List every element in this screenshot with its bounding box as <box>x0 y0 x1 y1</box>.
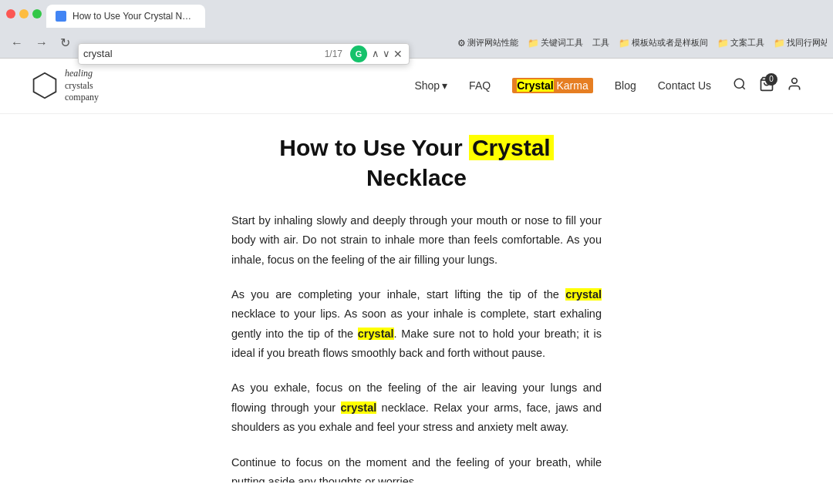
toolbar-item-competitors[interactable]: 📁 找同行网站 <box>771 35 828 50</box>
minimize-button[interactable] <box>19 9 29 18</box>
nav-shop[interactable]: Shop ▾ <box>414 79 447 92</box>
back-button[interactable]: ← <box>6 33 28 53</box>
header-icons: 0 <box>733 76 802 96</box>
crystal-highlight-3: crystal <box>341 402 377 414</box>
site-logo[interactable]: healing crystals company <box>31 68 99 104</box>
find-bar: 1/17 G ∧ ∨ ✕ <box>78 43 410 65</box>
nav-crystal-karma[interactable]: Crystal Karma <box>512 78 593 93</box>
tab-title: How to Use Your Crystal Necklace <box>73 11 196 22</box>
article-para-1: Start by inhaling slowly and deeply thro… <box>231 211 602 270</box>
search-icon <box>733 77 747 91</box>
folder-icon-4: 📁 <box>774 38 785 49</box>
article-para-3: As you exhale, focus on the feeling of t… <box>231 378 602 437</box>
page-content: healing crystals company Shop ▾ FAQ Crys… <box>0 59 833 482</box>
grammarly-icon: G <box>350 45 367 62</box>
toolbar-item-label: 测评网站性能 <box>467 37 518 49</box>
contact-us-label: Contact Us <box>658 79 711 92</box>
nav-blog[interactable]: Blog <box>615 79 636 92</box>
article-title: How to Use Your Crystal Necklace <box>231 133 602 193</box>
chevron-down-icon: ▾ <box>442 79 447 92</box>
logo-text: healing crystals company <box>65 68 99 104</box>
user-icon <box>787 76 802 92</box>
crystal-highlight-1: crystal <box>565 288 602 301</box>
site-audit-icon: ⚙ <box>457 38 466 49</box>
toolbar-item-label: 工具 <box>592 37 609 49</box>
browser-tab-bar: How to Use Your Crystal Necklace <box>0 0 833 28</box>
site-header: healing crystals company Shop ▾ FAQ Crys… <box>0 59 833 114</box>
toolbar-item-label: 找同行网站 <box>787 37 828 49</box>
article-para-2: As you are completing your inhale, start… <box>231 285 602 364</box>
toolbar-item-tools[interactable]: 工具 <box>589 35 612 50</box>
find-counter: 1/17 <box>325 49 342 59</box>
article-content: How to Use Your Crystal Necklace Start b… <box>216 114 617 482</box>
toolbar-item-label: 文案工具 <box>730 37 764 49</box>
svg-marker-0 <box>34 73 56 98</box>
svg-point-4 <box>792 78 798 83</box>
find-prev-button[interactable]: ∧ <box>370 48 381 59</box>
crystal-highlight-2: crystal <box>358 328 394 340</box>
tab-strip: How to Use Your Crystal Necklace <box>46 0 827 28</box>
cart-badge: 0 <box>765 73 777 86</box>
maximize-button[interactable] <box>32 9 42 18</box>
cart-button[interactable]: 0 <box>759 76 774 96</box>
folder-icon-2: 📁 <box>619 38 630 49</box>
find-close-button[interactable]: ✕ <box>392 48 404 60</box>
folder-icon-3: 📁 <box>717 38 729 49</box>
logo-hexagon-icon <box>31 72 59 99</box>
toolbar-item-keywords[interactable]: 📁 关键词工具 <box>524 35 586 50</box>
active-tab[interactable]: How to Use Your Crystal Necklace <box>46 5 205 28</box>
refresh-button[interactable]: ↻ <box>56 32 75 53</box>
nav-contact-us[interactable]: Contact Us <box>658 79 711 92</box>
close-button[interactable] <box>6 9 15 18</box>
account-button[interactable] <box>787 76 802 96</box>
svg-point-1 <box>734 79 744 88</box>
find-next-button[interactable]: ∨ <box>381 48 392 59</box>
address-bar-row: ← → ↻ 1/17 G ∧ ∨ ✕ ⚙ 测评网站性能 📁 关键词工具 工具 📁… <box>0 28 833 59</box>
toolbar-item-copywriting[interactable]: 📁 文案工具 <box>714 35 767 50</box>
toolbar-item-templates[interactable]: 📁 模板站或者是样板间 <box>615 35 711 50</box>
article-para-4: Continue to focus on the moment and the … <box>231 453 602 482</box>
find-input[interactable] <box>83 48 320 59</box>
folder-icon: 📁 <box>528 38 539 49</box>
window-controls[interactable] <box>6 9 42 18</box>
bookmark-toolbar-area: ⚙ 测评网站性能 📁 关键词工具 工具 📁 模板站或者是样板间 📁 文案工具 📁… <box>454 35 828 50</box>
toolbar-item-label: 模板站或者是样板间 <box>632 37 708 49</box>
main-nav: Shop ▾ FAQ Crystal Karma Blog Contact Us <box>414 78 711 93</box>
nav-faq[interactable]: FAQ <box>469 79 491 92</box>
toolbar-item-site-audit[interactable]: ⚙ 测评网站性能 <box>454 35 521 50</box>
forward-button[interactable]: → <box>31 33 52 53</box>
toolbar-item-label: 关键词工具 <box>541 37 583 49</box>
svg-line-2 <box>742 86 744 89</box>
tab-favicon <box>56 11 66 22</box>
search-button[interactable] <box>733 77 747 95</box>
